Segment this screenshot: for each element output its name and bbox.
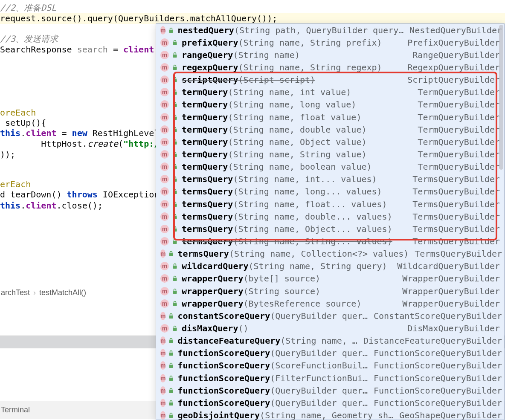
svg-rect-5	[173, 92, 177, 95]
autocomplete-return-type: RangeQueryBuilder	[406, 50, 500, 60]
autocomplete-item[interactable]: mrangeQuery(String name)RangeQueryBuilde…	[156, 49, 504, 61]
autocomplete-item[interactable]: mprefixQuery(String name, String prefix)…	[156, 36, 504, 49]
svg-rect-14	[173, 204, 177, 207]
lock-icon	[168, 387, 174, 394]
autocomplete-item[interactable]: mtermsQuery(String name, int... values)T…	[156, 173, 504, 185]
autocomplete-item[interactable]: mtermQuery(String name, boolean value)Te…	[156, 161, 504, 173]
breadcrumb-class[interactable]: archTest	[1, 288, 30, 297]
svg-rect-18	[169, 253, 173, 256]
method-icon: m	[160, 187, 169, 196]
method-icon: m	[160, 88, 169, 96]
autocomplete-item[interactable]: mwrapperQuery(BytesReference source)Wrap…	[156, 297, 504, 310]
autocomplete-item[interactable]: mfunctionScoreQuery(ScoreFunctionBuil…Fu…	[156, 359, 504, 372]
method-icon: m	[160, 138, 169, 146]
svg-rect-19	[173, 266, 177, 269]
lock-icon	[171, 238, 178, 245]
autocomplete-item[interactable]: mconstantScoreQuery(QueryBuilder quer…Co…	[156, 310, 504, 322]
autocomplete-item[interactable]: mtermQuery(String name, double value)Ter…	[156, 123, 504, 136]
svg-rect-7	[173, 117, 177, 120]
autocomplete-item[interactable]: mtermsQuery(String name, float... values…	[156, 198, 504, 210]
lock-icon	[171, 89, 178, 96]
autocomplete-signature: termsQuery(String name, Collection<?> va…	[177, 249, 409, 259]
comment-line: //3、发送请求	[0, 34, 58, 44]
method-icon: m	[160, 399, 165, 407]
autocomplete-signature: disMaxQuery()	[182, 323, 249, 333]
autocomplete-signature: termQuery(String name, float value)	[182, 112, 361, 122]
autocomplete-item[interactable]: mtermsQuery(String name, double... value…	[156, 210, 504, 223]
autocomplete-item[interactable]: mwildcardQuery(String name, String query…	[156, 260, 504, 272]
method-icon: m	[160, 411, 165, 420]
autocomplete-popup[interactable]: mnestedQuery(String path, QueryBuilder q…	[156, 23, 505, 420]
scrollbar-thumb[interactable]	[499, 25, 503, 170]
autocomplete-signature: termsQuery(String name, Object... values…	[182, 224, 392, 234]
autocomplete-item[interactable]: mtermQuery(String name, Object value)Ter…	[156, 136, 504, 148]
svg-rect-16	[173, 229, 177, 232]
autocomplete-item[interactable]: mtermQuery(String name, String value)Ter…	[156, 148, 504, 160]
autocomplete-item[interactable]: mfunctionScoreQuery(QueryBuilder quer…Fu…	[156, 397, 504, 409]
method-icon: m	[160, 262, 169, 270]
autocomplete-item[interactable]: mdisMaxQuery()DisMaxQueryBuilder	[156, 322, 504, 334]
svg-rect-2	[173, 55, 177, 58]
method-icon: m	[160, 336, 165, 345]
svg-rect-3	[173, 67, 177, 70]
svg-rect-30	[169, 403, 173, 406]
autocomplete-item[interactable]: mtermsQuery(String name, String... value…	[156, 235, 504, 247]
svg-rect-22	[173, 303, 177, 306]
autocomplete-return-type: FunctionScoreQueryBuilder	[368, 360, 502, 371]
autocomplete-item[interactable]: mtermsQuery(String name, long... values)…	[156, 185, 504, 198]
autocomplete-return-type: TermsQueryBuilder	[406, 199, 500, 209]
autocomplete-item[interactable]: mdistanceFeatureQuery(String name, …Dist…	[156, 335, 504, 347]
autocomplete-return-type: WrapperQueryBuilder	[396, 286, 500, 296]
autocomplete-return-type: TermsQueryBuilder	[406, 211, 500, 222]
autocomplete-item[interactable]: mtermQuery(String name, long value)TermQ…	[156, 98, 504, 111]
chevron-right-icon: ›	[33, 288, 36, 297]
svg-rect-4	[173, 79, 177, 82]
autocomplete-signature: nestedQuery(String path, QueryBuilder qu…	[177, 25, 403, 35]
autocomplete-signature: scriptQuery(Script script)	[182, 75, 315, 85]
lock-icon	[171, 39, 178, 46]
method-icon: m	[160, 200, 169, 209]
lock-icon	[171, 288, 178, 295]
svg-rect-25	[169, 340, 173, 343]
autocomplete-signature: functionScoreQuery(QueryBuilder quer…	[177, 385, 368, 396]
autocomplete-item[interactable]: mnestedQuery(String path, QueryBuilder q…	[156, 24, 504, 36]
autocomplete-item[interactable]: mfunctionScoreQuery(QueryBuilder quer…Fu…	[156, 347, 504, 359]
autocomplete-signature: termsQuery(String name, String... values…	[182, 236, 392, 246]
autocomplete-signature: termQuery(String name, boolean value)	[182, 162, 372, 172]
method-icon: m	[160, 361, 165, 370]
autocomplete-signature: termQuery(String name, int value)	[182, 87, 351, 97]
autocomplete-item[interactable]: mwrapperQuery(String source)WrapperQuery…	[156, 285, 504, 297]
autocomplete-return-type: FunctionScoreQueryBuilder	[368, 385, 502, 396]
method-icon: m	[160, 249, 165, 258]
method-icon: m	[160, 38, 169, 47]
autocomplete-signature: regexpQuery(String name, String regexp)	[182, 62, 382, 72]
autocomplete-item[interactable]: mregexpQuery(String name, String regexp)…	[156, 61, 504, 73]
autocomplete-return-type: TermsQueryBuilder	[406, 186, 500, 197]
lock-icon	[171, 114, 178, 121]
breadcrumb[interactable]: archTest › testMatchAll()	[0, 287, 86, 298]
autocomplete-return-type: NestedQueryBuilder	[403, 25, 502, 35]
method-icon: m	[160, 63, 169, 72]
svg-rect-31	[169, 415, 173, 418]
method-icon: m	[160, 125, 169, 134]
autocomplete-item[interactable]: mfunctionScoreQuery(QueryBuilder quer…Fu…	[156, 384, 504, 397]
autocomplete-item[interactable]: mtermsQuery(String name, Collection<?> v…	[156, 248, 504, 260]
autocomplete-item[interactable]: mfunctionScoreQuery(FilterFunctionBui…Fu…	[156, 372, 504, 384]
autocomplete-item[interactable]: mtermQuery(String name, int value)TermQu…	[156, 86, 504, 98]
lock-icon	[171, 213, 178, 220]
autocomplete-item[interactable]: mtermQuery(String name, float value)Term…	[156, 111, 504, 123]
lock-icon	[168, 313, 174, 319]
autocomplete-item[interactable]: mwrapperQuery(byte[] source)WrapperQuery…	[156, 272, 504, 285]
lock-icon	[168, 362, 174, 369]
autocomplete-signature: termsQuery(String name, double... values…	[182, 211, 392, 222]
autocomplete-signature: constantScoreQuery(QueryBuilder quer…	[177, 311, 368, 321]
autocomplete-item[interactable]: mscriptQuery(Script script)ScriptQueryBu…	[156, 74, 504, 86]
method-icon: m	[160, 299, 169, 308]
breadcrumb-method[interactable]: testMatchAll()	[39, 288, 86, 297]
autocomplete-return-type: RegexpQueryBuilder	[401, 62, 500, 72]
autocomplete-return-type: TermQueryBuilder	[412, 99, 500, 110]
autocomplete-item[interactable]: mgeoDisjointQuery(String name, Geometry …	[156, 409, 504, 420]
method-icon: m	[160, 274, 169, 283]
lock-icon	[171, 300, 178, 307]
autocomplete-item[interactable]: mtermsQuery(String name, Object... value…	[156, 223, 504, 235]
